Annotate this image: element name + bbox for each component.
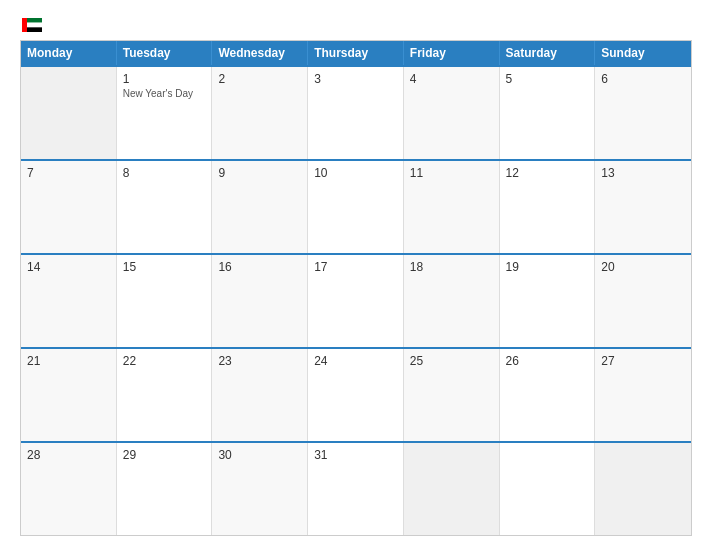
calendar-day-cell: 14 bbox=[21, 255, 117, 347]
calendar-day-cell: 26 bbox=[500, 349, 596, 441]
calendar-day-cell: 18 bbox=[404, 255, 500, 347]
calendar-day-cell bbox=[21, 67, 117, 159]
day-number: 3 bbox=[314, 72, 397, 86]
day-number: 24 bbox=[314, 354, 397, 368]
calendar-header-cell: Monday bbox=[21, 41, 117, 65]
calendar-header-row: MondayTuesdayWednesdayThursdayFridaySatu… bbox=[21, 41, 691, 65]
calendar-week-row: 1New Year's Day23456 bbox=[21, 65, 691, 159]
calendar-day-cell: 7 bbox=[21, 161, 117, 253]
calendar-day-cell: 12 bbox=[500, 161, 596, 253]
calendar-day-cell: 20 bbox=[595, 255, 691, 347]
logo bbox=[20, 18, 42, 32]
day-number: 22 bbox=[123, 354, 206, 368]
logo-blue-row bbox=[20, 18, 42, 32]
logo-flag-icon bbox=[22, 18, 42, 32]
day-number: 28 bbox=[27, 448, 110, 462]
holiday-label: New Year's Day bbox=[123, 88, 206, 100]
calendar-week-row: 28293031 bbox=[21, 441, 691, 535]
calendar-header-cell: Saturday bbox=[500, 41, 596, 65]
calendar-day-cell: 16 bbox=[212, 255, 308, 347]
day-number: 17 bbox=[314, 260, 397, 274]
calendar-week-row: 21222324252627 bbox=[21, 347, 691, 441]
day-number: 10 bbox=[314, 166, 397, 180]
day-number: 26 bbox=[506, 354, 589, 368]
calendar-day-cell: 6 bbox=[595, 67, 691, 159]
day-number: 11 bbox=[410, 166, 493, 180]
day-number: 14 bbox=[27, 260, 110, 274]
calendar-day-cell: 21 bbox=[21, 349, 117, 441]
calendar-grid: MondayTuesdayWednesdayThursdayFridaySatu… bbox=[20, 40, 692, 536]
day-number: 12 bbox=[506, 166, 589, 180]
day-number: 6 bbox=[601, 72, 685, 86]
day-number: 20 bbox=[601, 260, 685, 274]
calendar-header-cell: Tuesday bbox=[117, 41, 213, 65]
calendar-day-cell: 19 bbox=[500, 255, 596, 347]
day-number: 9 bbox=[218, 166, 301, 180]
day-number: 13 bbox=[601, 166, 685, 180]
svg-rect-4 bbox=[22, 18, 27, 32]
calendar-day-cell: 1New Year's Day bbox=[117, 67, 213, 159]
day-number: 7 bbox=[27, 166, 110, 180]
calendar-header-cell: Friday bbox=[404, 41, 500, 65]
calendar-week-row: 14151617181920 bbox=[21, 253, 691, 347]
calendar-header-cell: Wednesday bbox=[212, 41, 308, 65]
day-number: 16 bbox=[218, 260, 301, 274]
day-number: 30 bbox=[218, 448, 301, 462]
calendar-day-cell: 24 bbox=[308, 349, 404, 441]
calendar-day-cell: 28 bbox=[21, 443, 117, 535]
day-number: 27 bbox=[601, 354, 685, 368]
calendar-day-cell: 23 bbox=[212, 349, 308, 441]
day-number: 4 bbox=[410, 72, 493, 86]
day-number: 8 bbox=[123, 166, 206, 180]
calendar-day-cell: 11 bbox=[404, 161, 500, 253]
day-number: 5 bbox=[506, 72, 589, 86]
calendar-day-cell: 3 bbox=[308, 67, 404, 159]
day-number: 23 bbox=[218, 354, 301, 368]
day-number: 25 bbox=[410, 354, 493, 368]
calendar-day-cell: 31 bbox=[308, 443, 404, 535]
day-number: 29 bbox=[123, 448, 206, 462]
day-number: 21 bbox=[27, 354, 110, 368]
calendar-day-cell bbox=[500, 443, 596, 535]
calendar-day-cell: 22 bbox=[117, 349, 213, 441]
calendar-header-cell: Thursday bbox=[308, 41, 404, 65]
calendar-day-cell: 30 bbox=[212, 443, 308, 535]
calendar-day-cell: 17 bbox=[308, 255, 404, 347]
day-number: 15 bbox=[123, 260, 206, 274]
page-header bbox=[20, 18, 692, 32]
calendar-header-cell: Sunday bbox=[595, 41, 691, 65]
calendar-day-cell: 4 bbox=[404, 67, 500, 159]
day-number: 19 bbox=[506, 260, 589, 274]
day-number: 31 bbox=[314, 448, 397, 462]
day-number: 1 bbox=[123, 72, 206, 86]
calendar-day-cell: 8 bbox=[117, 161, 213, 253]
calendar-day-cell: 13 bbox=[595, 161, 691, 253]
calendar-day-cell bbox=[595, 443, 691, 535]
calendar-day-cell: 25 bbox=[404, 349, 500, 441]
calendar-day-cell: 10 bbox=[308, 161, 404, 253]
calendar-day-cell: 9 bbox=[212, 161, 308, 253]
calendar-page: MondayTuesdayWednesdayThursdayFridaySatu… bbox=[0, 0, 712, 550]
calendar-day-cell: 5 bbox=[500, 67, 596, 159]
day-number: 2 bbox=[218, 72, 301, 86]
calendar-day-cell: 27 bbox=[595, 349, 691, 441]
calendar-day-cell: 2 bbox=[212, 67, 308, 159]
calendar-day-cell: 15 bbox=[117, 255, 213, 347]
day-number: 18 bbox=[410, 260, 493, 274]
calendar-day-cell: 29 bbox=[117, 443, 213, 535]
calendar-day-cell bbox=[404, 443, 500, 535]
calendar-week-row: 78910111213 bbox=[21, 159, 691, 253]
